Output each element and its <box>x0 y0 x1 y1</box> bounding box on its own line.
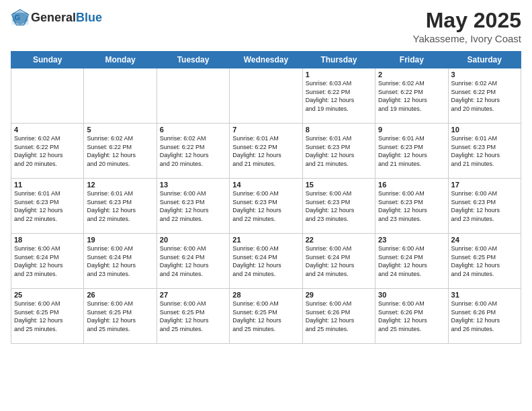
day-info: Sunrise: 6:00 AM Sunset: 6:23 PM Dayligh… <box>378 189 445 223</box>
calendar-cell-3-3: 13Sunrise: 6:00 AM Sunset: 6:23 PM Dayli… <box>157 179 229 234</box>
day-number: 31 <box>451 291 518 299</box>
day-info: Sunrise: 6:00 AM Sunset: 6:25 PM Dayligh… <box>232 300 299 333</box>
day-info: Sunrise: 6:02 AM Sunset: 6:22 PM Dayligh… <box>451 79 518 113</box>
day-info: Sunrise: 6:00 AM Sunset: 6:26 PM Dayligh… <box>306 300 372 333</box>
day-number: 28 <box>232 291 299 299</box>
day-number: 15 <box>306 181 372 189</box>
week-row-4: 18Sunrise: 6:00 AM Sunset: 6:24 PM Dayli… <box>11 234 521 289</box>
subtitle: Yakasseme, Ivory Coast <box>413 33 521 44</box>
day-info: Sunrise: 6:00 AM Sunset: 6:24 PM Dayligh… <box>160 244 226 278</box>
day-info: Sunrise: 6:00 AM Sunset: 6:23 PM Dayligh… <box>160 189 226 223</box>
day-info: Sunrise: 6:00 AM Sunset: 6:25 PM Dayligh… <box>451 244 518 278</box>
calendar-cell-5-6: 30Sunrise: 6:00 AM Sunset: 6:26 PM Dayli… <box>375 289 448 344</box>
calendar-cell-3-5: 15Sunrise: 6:00 AM Sunset: 6:23 PM Dayli… <box>302 179 375 234</box>
calendar-cell-4-4: 21Sunrise: 6:00 AM Sunset: 6:24 PM Dayli… <box>230 234 302 289</box>
day-number: 4 <box>14 126 81 134</box>
day-info: Sunrise: 6:00 AM Sunset: 6:24 PM Dayligh… <box>306 244 372 278</box>
day-info: Sunrise: 6:03 AM Sunset: 6:22 PM Dayligh… <box>306 79 372 113</box>
calendar-cell-5-3: 27Sunrise: 6:00 AM Sunset: 6:25 PM Dayli… <box>157 289 229 344</box>
day-info: Sunrise: 6:00 AM Sunset: 6:24 PM Dayligh… <box>232 244 299 278</box>
calendar-cell-5-2: 26Sunrise: 6:00 AM Sunset: 6:25 PM Dayli… <box>84 289 157 344</box>
main-title: May 2025 <box>413 8 521 33</box>
week-row-1: 1Sunrise: 6:03 AM Sunset: 6:22 PM Daylig… <box>11 68 521 124</box>
day-number: 10 <box>451 126 518 134</box>
day-number: 21 <box>232 236 299 244</box>
calendar-table: Sunday Monday Tuesday Wednesday Thursday… <box>11 51 521 344</box>
calendar-cell-1-6: 2Sunrise: 6:02 AM Sunset: 6:22 PM Daylig… <box>375 68 448 124</box>
day-number: 25 <box>14 291 81 299</box>
col-wednesday: Wednesday <box>230 52 302 68</box>
calendar-cell-5-1: 25Sunrise: 6:00 AM Sunset: 6:25 PM Dayli… <box>11 289 84 344</box>
calendar-cell-1-2 <box>84 68 157 124</box>
day-number: 29 <box>306 291 372 299</box>
day-info: Sunrise: 6:02 AM Sunset: 6:22 PM Dayligh… <box>160 134 226 168</box>
calendar-cell-3-1: 11Sunrise: 6:01 AM Sunset: 6:23 PM Dayli… <box>11 179 84 234</box>
logo-text: GeneralBlue <box>31 11 102 25</box>
calendar-cell-2-3: 6Sunrise: 6:02 AM Sunset: 6:22 PM Daylig… <box>157 124 229 179</box>
day-number: 8 <box>306 126 372 134</box>
col-friday: Friday <box>375 52 448 68</box>
day-info: Sunrise: 6:00 AM Sunset: 6:23 PM Dayligh… <box>306 189 372 223</box>
logo-blue: Blue <box>76 11 102 24</box>
calendar-cell-3-6: 16Sunrise: 6:00 AM Sunset: 6:23 PM Dayli… <box>375 179 448 234</box>
day-info: Sunrise: 6:02 AM Sunset: 6:22 PM Dayligh… <box>87 134 153 168</box>
day-info: Sunrise: 6:01 AM Sunset: 6:23 PM Dayligh… <box>378 134 445 168</box>
day-info: Sunrise: 6:01 AM Sunset: 6:23 PM Dayligh… <box>87 189 153 223</box>
day-number: 24 <box>451 236 518 244</box>
day-info: Sunrise: 6:01 AM Sunset: 6:23 PM Dayligh… <box>14 189 81 223</box>
svg-text:G: G <box>15 13 21 21</box>
day-number: 5 <box>87 126 153 134</box>
calendar-cell-5-7: 31Sunrise: 6:00 AM Sunset: 6:26 PM Dayli… <box>448 289 521 344</box>
calendar-cell-4-2: 19Sunrise: 6:00 AM Sunset: 6:24 PM Dayli… <box>84 234 157 289</box>
day-info: Sunrise: 6:00 AM Sunset: 6:26 PM Dayligh… <box>378 300 445 333</box>
calendar-cell-4-6: 23Sunrise: 6:00 AM Sunset: 6:24 PM Dayli… <box>375 234 448 289</box>
calendar-cell-1-4 <box>230 68 302 124</box>
day-info: Sunrise: 6:00 AM Sunset: 6:24 PM Dayligh… <box>14 244 81 278</box>
day-number: 16 <box>378 181 445 189</box>
calendar-cell-3-4: 14Sunrise: 6:00 AM Sunset: 6:23 PM Dayli… <box>230 179 302 234</box>
day-number: 9 <box>378 126 445 134</box>
day-info: Sunrise: 6:00 AM Sunset: 6:25 PM Dayligh… <box>14 300 81 333</box>
calendar-cell-2-2: 5Sunrise: 6:02 AM Sunset: 6:22 PM Daylig… <box>84 124 157 179</box>
day-info: Sunrise: 6:02 AM Sunset: 6:22 PM Dayligh… <box>378 79 445 113</box>
title-block: May 2025 Yakasseme, Ivory Coast <box>413 8 521 44</box>
day-number: 1 <box>306 71 372 79</box>
col-thursday: Thursday <box>302 52 375 68</box>
day-number: 30 <box>378 291 445 299</box>
day-info: Sunrise: 6:00 AM Sunset: 6:23 PM Dayligh… <box>451 189 518 223</box>
day-info: Sunrise: 6:00 AM Sunset: 6:24 PM Dayligh… <box>87 244 153 278</box>
calendar-cell-1-5: 1Sunrise: 6:03 AM Sunset: 6:22 PM Daylig… <box>302 68 375 124</box>
week-row-3: 11Sunrise: 6:01 AM Sunset: 6:23 PM Dayli… <box>11 179 521 234</box>
day-number: 22 <box>306 236 372 244</box>
day-number: 7 <box>232 126 299 134</box>
day-info: Sunrise: 6:00 AM Sunset: 6:24 PM Dayligh… <box>378 244 445 278</box>
col-tuesday: Tuesday <box>157 52 229 68</box>
calendar-header-row: Sunday Monday Tuesday Wednesday Thursday… <box>11 52 521 68</box>
week-row-5: 25Sunrise: 6:00 AM Sunset: 6:25 PM Dayli… <box>11 289 521 344</box>
day-number: 13 <box>160 181 226 189</box>
day-number: 17 <box>451 181 518 189</box>
day-info: Sunrise: 6:00 AM Sunset: 6:25 PM Dayligh… <box>87 300 153 333</box>
col-saturday: Saturday <box>448 52 521 68</box>
logo: G GeneralBlue <box>11 8 102 27</box>
calendar-cell-2-4: 7Sunrise: 6:01 AM Sunset: 6:22 PM Daylig… <box>230 124 302 179</box>
calendar-cell-4-5: 22Sunrise: 6:00 AM Sunset: 6:24 PM Dayli… <box>302 234 375 289</box>
day-info: Sunrise: 6:00 AM Sunset: 6:23 PM Dayligh… <box>232 189 299 223</box>
day-number: 11 <box>14 181 81 189</box>
calendar-cell-1-7: 3Sunrise: 6:02 AM Sunset: 6:22 PM Daylig… <box>448 68 521 124</box>
day-info: Sunrise: 6:00 AM Sunset: 6:26 PM Dayligh… <box>451 300 518 333</box>
calendar-cell-4-3: 20Sunrise: 6:00 AM Sunset: 6:24 PM Dayli… <box>157 234 229 289</box>
day-number: 26 <box>87 291 153 299</box>
day-info: Sunrise: 6:00 AM Sunset: 6:25 PM Dayligh… <box>160 300 226 333</box>
calendar-cell-1-3 <box>157 68 229 124</box>
calendar-cell-5-4: 28Sunrise: 6:00 AM Sunset: 6:25 PM Dayli… <box>230 289 302 344</box>
calendar-cell-2-5: 8Sunrise: 6:01 AM Sunset: 6:23 PM Daylig… <box>302 124 375 179</box>
page: G GeneralBlue May 2025 Yakasseme, Ivory … <box>0 0 532 411</box>
logo-general: General <box>31 11 76 24</box>
week-row-2: 4Sunrise: 6:02 AM Sunset: 6:22 PM Daylig… <box>11 124 521 179</box>
day-info: Sunrise: 6:01 AM Sunset: 6:23 PM Dayligh… <box>306 134 372 168</box>
calendar-cell-3-7: 17Sunrise: 6:00 AM Sunset: 6:23 PM Dayli… <box>448 179 521 234</box>
day-info: Sunrise: 6:02 AM Sunset: 6:22 PM Dayligh… <box>14 134 81 168</box>
calendar-cell-2-7: 10Sunrise: 6:01 AM Sunset: 6:23 PM Dayli… <box>448 124 521 179</box>
day-number: 12 <box>87 181 153 189</box>
